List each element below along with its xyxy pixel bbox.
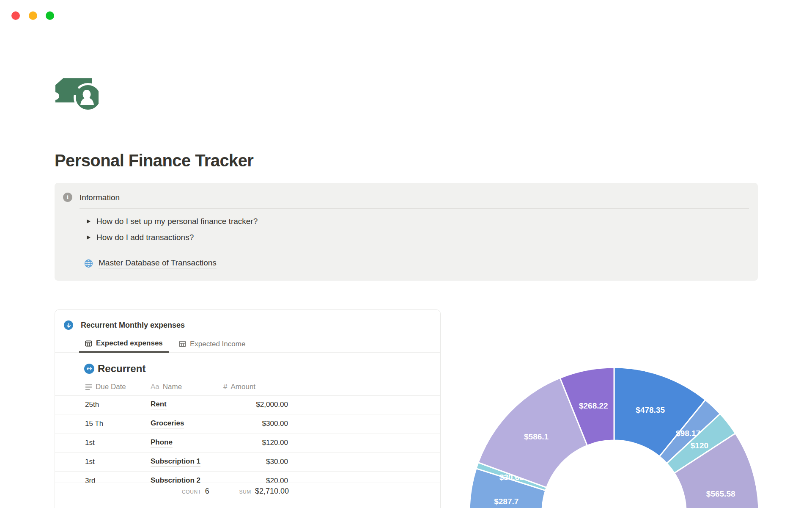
count-calculation[interactable]: COUNT 6 (182, 487, 209, 496)
information-callout: i Information How do I set up my persona… (55, 183, 758, 281)
master-database-link-row: Master Database of Transactions (84, 257, 217, 269)
donut-segment-label: $120 (691, 441, 708, 450)
toggle-triangle-icon[interactable] (87, 219, 91, 224)
column-label: Amount (230, 383, 255, 391)
due-date-cell[interactable]: 25th (85, 395, 99, 414)
donut-segment-label: $478.35 (636, 406, 665, 414)
donut-chart: $478.35$98.17$120$565.58$287.7$30.68$586… (423, 296, 812, 508)
donut-segment-label: $287.7 (494, 497, 518, 506)
donut-segment-label: $268.22 (579, 401, 608, 410)
count-label: COUNT (182, 489, 201, 495)
sum-label: SUM (239, 489, 251, 495)
database-view-title[interactable]: Recurrent (98, 362, 145, 375)
column-due-date[interactable]: Due Date (85, 378, 126, 395)
sum-value: $2,710.00 (255, 487, 289, 496)
window-minimize-button[interactable] (29, 11, 37, 20)
page-title: Personal Finance Tracker (55, 149, 253, 171)
due-date-cell[interactable]: 1st (85, 453, 95, 471)
tab-expected-expenses[interactable]: Expected expenses (79, 335, 169, 353)
amount-cell[interactable]: $30.00 (266, 453, 288, 471)
table-footer: COUNT 6 SUM $2,710.00 (55, 483, 440, 508)
toggle-setup-question[interactable]: How do I set up my personal finance trac… (87, 215, 258, 227)
toggle-triangle-icon[interactable] (87, 235, 91, 240)
callout-title: Information (80, 193, 120, 202)
amount-cell[interactable]: $120.00 (262, 433, 288, 452)
card-title[interactable]: Recurrent Monthly expenses (81, 320, 185, 330)
due-date-cell[interactable]: 1st (85, 433, 95, 452)
name-cell[interactable]: Rent (151, 395, 167, 414)
column-name[interactable]: Aa Name (151, 378, 182, 395)
due-date-cell[interactable]: 15 Th (85, 414, 103, 433)
divider (80, 208, 749, 209)
name-cell[interactable]: Subscription 1 (151, 453, 200, 471)
table-row[interactable]: 1st Subscription 1 $30.00 (55, 453, 440, 472)
window-fullscreen-button[interactable] (46, 11, 54, 20)
table-rows: 25th Rent $2,000.00 15 Th Groceries $300… (55, 395, 440, 491)
column-label: Name (163, 383, 182, 391)
notion-page: { "window": { "controls": ["close", "min… (0, 0, 812, 508)
text-lines-icon (85, 383, 92, 390)
column-label: Due Date (96, 383, 126, 391)
name-cell[interactable]: Groceries (151, 414, 184, 433)
toggle-label: How do I set up my personal finance trac… (96, 217, 258, 226)
number-icon: # (223, 383, 227, 391)
table-row[interactable]: 1st Phone $120.00 (55, 433, 440, 453)
count-value: 6 (205, 487, 209, 496)
title-icon: Aa (151, 383, 159, 391)
window-close-button[interactable] (11, 11, 20, 20)
money-banknote-coin-icon[interactable] (55, 78, 99, 110)
left-right-arrow-circle-icon (84, 364, 94, 374)
table-view-icon (179, 340, 186, 348)
table-row[interactable]: 25th Rent $2,000.00 (55, 395, 440, 414)
toggle-add-transactions-question[interactable]: How do I add transactions? (87, 232, 194, 243)
tab-label: Expected expenses (96, 339, 163, 348)
master-database-link[interactable]: Master Database of Transactions (99, 258, 217, 268)
name-cell[interactable]: Phone (151, 433, 173, 452)
divider (80, 250, 749, 250)
table-view-icon (85, 340, 92, 347)
donut-segment-label: $586.1 (524, 432, 549, 441)
tab-expected-income[interactable]: Expected Income (173, 335, 251, 353)
amount-cell[interactable]: $300.00 (262, 414, 288, 433)
table-column-header-row: Due Date Aa Name # Amount (55, 378, 440, 396)
tab-label: Expected Income (190, 340, 245, 348)
recurrent-expenses-card: Recurrent Monthly expenses Expected expe… (55, 309, 441, 508)
amount-cell[interactable]: $2,000.00 (256, 395, 288, 414)
donut-segment-label: $565.58 (706, 489, 735, 498)
column-amount[interactable]: # Amount (223, 378, 255, 395)
down-arrow-circle-icon (64, 320, 73, 330)
globe-icon (84, 259, 93, 268)
info-icon: i (63, 193, 72, 202)
toggle-label: How do I add transactions? (96, 233, 194, 242)
table-row[interactable]: 15 Th Groceries $300.00 (55, 414, 440, 433)
sum-calculation[interactable]: SUM $2,710.00 (239, 487, 289, 496)
